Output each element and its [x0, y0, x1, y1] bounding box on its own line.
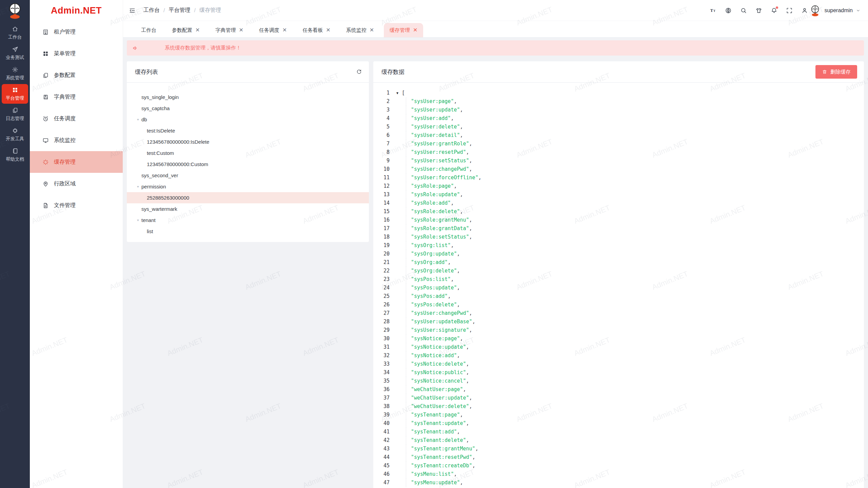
code-line: 31"sysNotice:update", [373, 343, 864, 351]
tree-node-label: sys_second_ver [141, 172, 178, 178]
language-button[interactable] [725, 7, 732, 14]
rail-item-business-test[interactable]: 业务测试 [2, 43, 28, 63]
sidebar-item-job-schedule[interactable]: 任务调度 [30, 108, 123, 129]
tree-node[interactable]: 123456780000000:Custom [127, 159, 369, 170]
tab-job-schedule[interactable]: 任务调度✕ [253, 23, 293, 37]
tab-close-icon[interactable]: ✕ [326, 27, 330, 33]
tree-node[interactable]: ▾permission [127, 181, 369, 192]
code-line: 8"sysUser:resetPwd", [373, 148, 864, 157]
tree-node-label: 123456780000000:IsDelete [147, 139, 209, 145]
grid-icon [12, 87, 18, 93]
line-number: 22 [373, 267, 390, 275]
json-entry: "sysTenant:grantMenu", [406, 445, 478, 453]
tree-node-label: sys_wartermark [141, 206, 177, 212]
line-number: 42 [373, 436, 390, 445]
tree-node[interactable]: test:IsDelete [127, 125, 369, 136]
sidebar-item-sys-monitor[interactable]: 系统监控 [30, 129, 123, 151]
collapse-caret-icon[interactable]: ▼ [396, 89, 402, 97]
tree-node-label: sys_single_login [141, 94, 179, 100]
app-logo[interactable] [6, 0, 24, 21]
tab-workbench[interactable]: 工作台 [135, 23, 162, 37]
tree-node[interactable]: sys_second_ver [127, 170, 369, 181]
spinner-icon [42, 159, 49, 165]
tree-node[interactable]: test:Custom [127, 147, 369, 159]
tab-close-icon[interactable]: ✕ [239, 27, 243, 33]
tab-job-board[interactable]: 任务看板✕ [297, 23, 336, 37]
tree-node[interactable]: sys_single_login [127, 92, 369, 103]
line-number: 13 [373, 190, 390, 199]
json-entry: "sysUser:forceOffline", [406, 174, 481, 182]
rail-item-platform-manage[interactable]: 平台管理 [2, 84, 28, 104]
profile-button[interactable] [801, 7, 808, 14]
tree-node[interactable]: ▾tenant [127, 215, 369, 226]
json-entry: "sysRole:add", [406, 199, 454, 207]
json-entry: "sysUser:page", [406, 97, 457, 106]
tree-node[interactable]: list [127, 226, 369, 237]
tab-close-icon[interactable]: ✕ [370, 27, 374, 33]
theme-button[interactable] [755, 7, 762, 14]
notebook-icon [12, 148, 18, 154]
json-entry: "sysUser:updateBase", [406, 318, 475, 326]
tree-node[interactable]: 123456780000000:IsDelete [127, 136, 369, 147]
line-number: 43 [373, 445, 390, 453]
tab-label: 字典管理 [215, 27, 236, 34]
user-menu[interactable]: superadmin [809, 4, 861, 17]
refresh-icon[interactable] [356, 69, 362, 75]
tree-node[interactable]: 252885263000000 [127, 192, 369, 203]
rail-item-dev-tools[interactable]: 开发工具 [2, 125, 28, 144]
sidebar-item-tenant-manage[interactable]: 租户管理 [30, 21, 123, 43]
sidebar-item-menu-manage[interactable]: 菜单管理 [30, 43, 123, 64]
sidebar-item-label: 缓存管理 [54, 159, 76, 166]
cache-list-panel: 缓存列表 sys_single_loginsys_captcha▾dbtest:… [127, 61, 369, 242]
caret-down-icon[interactable]: ▾ [134, 118, 142, 121]
tab-dict-manage[interactable]: 字典管理✕ [210, 23, 249, 37]
rail-item-system-manage[interactable]: 系统管理 [2, 64, 28, 83]
search-button[interactable] [740, 7, 747, 14]
line-number: 32 [373, 351, 390, 360]
cache-data-title: 缓存数据 [381, 68, 405, 76]
line-number: 18 [373, 233, 390, 241]
line-number: 9 [373, 157, 390, 165]
main-column: 工作台/平台管理/缓存管理 TT superadmin 工作台参数配置✕字典管理… [123, 0, 868, 488]
breadcrumb-item[interactable]: 工作台 [143, 7, 160, 14]
line-number: 12 [373, 182, 390, 190]
tab-label: 任务看板 [302, 27, 323, 34]
caret-down-icon[interactable]: ▾ [134, 218, 142, 222]
rail-item-label: 工作台 [8, 34, 22, 40]
tab-param-config[interactable]: 参数配置✕ [166, 23, 205, 37]
tree-node[interactable]: ▾db [127, 114, 369, 125]
tab-close-icon[interactable]: ✕ [282, 27, 287, 33]
sidebar-item-dict-manage[interactable]: 字典管理 [30, 86, 123, 108]
font-size-button[interactable]: TT [710, 7, 716, 14]
delete-cache-button[interactable]: 删除缓存 [815, 65, 857, 79]
caret-down-icon[interactable]: ▾ [134, 185, 142, 188]
tab-cache-manage[interactable]: 缓存管理✕ [384, 23, 423, 37]
code-line: 1▼[ [373, 89, 864, 97]
json-entry: "sysUser:setStatus", [406, 157, 472, 165]
tab-close-icon[interactable]: ✕ [413, 27, 417, 33]
menu-collapse-icon[interactable] [129, 7, 136, 14]
sidebar-item-cache-manage[interactable]: 缓存管理 [30, 151, 123, 173]
bell-button[interactable] [771, 7, 777, 14]
language-icon [725, 7, 732, 14]
sidebar-item-file-manage[interactable]: 文件管理 [30, 195, 123, 216]
code-line: 24"sysPos:update", [373, 284, 864, 292]
rail-item-log-manage[interactable]: 日志管理 [2, 104, 28, 124]
rail-item-help-docs[interactable]: 帮助文档 [2, 145, 28, 165]
breadcrumb-item[interactable]: 平台管理 [169, 7, 190, 14]
sidebar-item-param-config[interactable]: 参数配置 [30, 64, 123, 86]
code-line: 34"sysNotice:public", [373, 368, 864, 377]
code-line: 27"sysUser:changePwd", [373, 309, 864, 318]
json-entry: "sysRole:update", [406, 190, 463, 199]
tree-node[interactable]: sys_captcha [127, 103, 369, 114]
rail-item-workbench[interactable]: 工作台 [2, 23, 28, 43]
tab-close-icon[interactable]: ✕ [195, 27, 200, 33]
tab-label: 缓存管理 [390, 27, 410, 34]
sidebar-item-admin-region[interactable]: 行政区域 [30, 173, 123, 195]
tab-sys-monitor[interactable]: 系统监控✕ [340, 23, 380, 37]
code-line: 9"sysUser:setStatus", [373, 157, 864, 165]
fullscreen-button[interactable] [786, 7, 793, 14]
code-line: 26"sysPos:delete", [373, 301, 864, 309]
tree-node[interactable]: sys_wartermark [127, 203, 369, 215]
json-entry: "sysTenant:page", [406, 411, 463, 419]
